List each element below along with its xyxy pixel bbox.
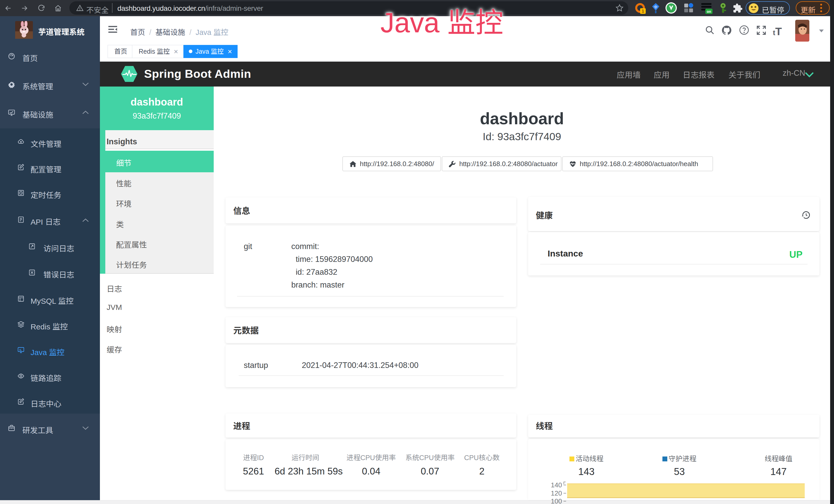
svg-text:on: on [707, 9, 711, 14]
svg-text:1: 1 [642, 9, 644, 14]
